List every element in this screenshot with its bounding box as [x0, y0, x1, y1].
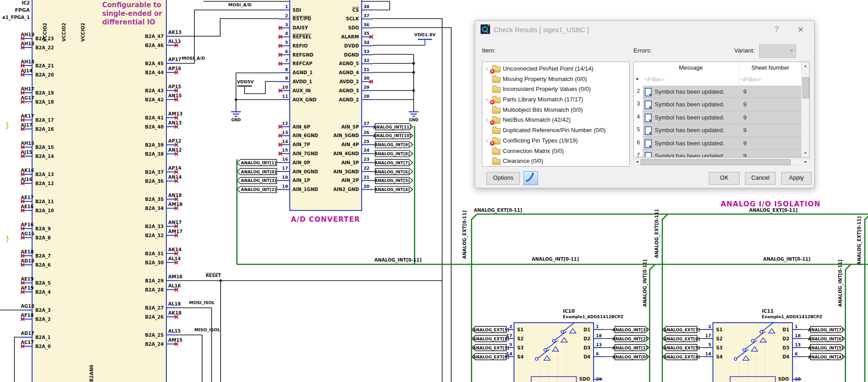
switch-pin-number[interactable]: 5	[708, 342, 711, 347]
fpga-note[interactable]: Configurable to	[102, 1, 161, 9]
adc-pin-name[interactable]: AUX_GND	[292, 97, 316, 103]
adc-pin-name[interactable]: SCLK	[346, 16, 359, 21]
adc-pin-number[interactable]: 2	[285, 13, 288, 18]
fpga-type[interactable]: FPGA	[15, 7, 30, 13]
fpga-pin-number[interactable]: AG17	[21, 96, 34, 100]
adc-pin-number[interactable]: 8	[285, 67, 288, 72]
adc-pin-name[interactable]: AGND_4	[339, 70, 359, 76]
adc-pin-name[interactable]: RST/PD	[292, 16, 311, 21]
fpga-pin-name[interactable]: B2A_35	[145, 197, 164, 202]
switch-pin-number[interactable]: 1	[795, 324, 798, 329]
switch-pin-number[interactable]: 18	[596, 333, 602, 338]
fpga-pin-name[interactable]: B2A_9	[35, 226, 51, 232]
adc-pin-number[interactable]: 33	[363, 49, 369, 54]
fpga-pin-number[interactable]: AM16	[168, 274, 183, 279]
net-label[interactable]: ANALOG_INT[2]	[613, 337, 648, 341]
net-label[interactable]: ANALOG_EXT[2]	[473, 337, 509, 341]
adc-pin-name[interactable]: AGND_1	[292, 70, 313, 76]
switch-part[interactable]: Example1_ADGS1412BCPZ	[563, 315, 623, 319]
fpga-pin-number[interactable]: AJ17	[21, 123, 32, 128]
fpga-pin-name[interactable]: B2A_23	[35, 36, 54, 42]
tree-item[interactable]: Multiobject Bits Mismatch (0/0)	[482, 105, 629, 115]
net-label[interactable]: ANALOG_INT[1]	[613, 346, 648, 350]
tree-item[interactable]: Connection Matrix (0/0)	[482, 146, 629, 157]
fpga-pin-name[interactable]: B2A_14	[35, 154, 54, 159]
tree-item[interactable]: Inconsistent Property Values (0/0)	[482, 84, 629, 95]
fpga-pin-name[interactable]: B2A_39	[145, 143, 164, 148]
adc-pin-number[interactable]: 29	[363, 85, 369, 90]
isolation-title[interactable]: ANALOG I/O ISOLATION	[721, 200, 821, 208]
apply-button[interactable]: Apply	[781, 172, 811, 185]
switch-pin-number[interactable]: 14	[506, 351, 513, 356]
fpga-pin-name[interactable]: B2A_40	[145, 124, 164, 130]
adc-pin-name[interactable]: AIN_1P	[292, 178, 310, 183]
switch-pin-name[interactable]: S3	[716, 345, 722, 350]
adc-pin-name[interactable]: AVDD_2	[340, 79, 359, 85]
fpga-pin-name[interactable]: B2A_43	[145, 88, 164, 94]
fpga-pin-number[interactable]: AD19	[21, 258, 34, 263]
fpga-pin-number[interactable]: AP15	[168, 84, 181, 89]
adc-pin-number[interactable]: 31	[363, 67, 369, 72]
net-label[interactable]: RESET	[206, 273, 221, 278]
adc-pin-number[interactable]: 26	[363, 130, 370, 135]
bus-label[interactable]: ANALOG_INT[0-11]	[532, 257, 579, 262]
adc-pin-name[interactable]: AIN_2P	[341, 178, 359, 183]
net-label[interactable]: MOSI_ISOL	[189, 300, 215, 305]
fpga-pin-number[interactable]: AF16	[21, 222, 34, 227]
table-row[interactable]: 7Symbol has been updated.9	[634, 150, 802, 158]
fpga-pin-name[interactable]: B2A_20	[35, 72, 54, 78]
adc-pin-number[interactable]: 28	[363, 94, 370, 99]
adc-pin-number[interactable]: 17	[282, 166, 288, 171]
switch-body[interactable]	[713, 323, 793, 382]
fpga-pin-number[interactable]: AE18	[21, 249, 34, 254]
fpga-pin-number[interactable]: AN12	[168, 148, 182, 153]
scroll-up-icon[interactable]: ▲	[802, 62, 809, 70]
fpga-pin-name[interactable]: B2A_6	[35, 263, 51, 268]
adc-pin-name[interactable]: AIN_7P	[292, 142, 310, 148]
adc-pin-name[interactable]: AUX_IN	[292, 88, 311, 94]
ok-button[interactable]: OK	[709, 172, 740, 185]
adc-pin-number[interactable]: 10	[282, 85, 288, 90]
fpga-bottom-pin-label[interactable]: REFB2AN0	[89, 365, 94, 382]
adc-pin-name[interactable]: AIN_4GND	[333, 151, 359, 157]
fpga-pin-name[interactable]: B2A_26	[145, 315, 164, 320]
net-label[interactable]: ANALOG_INT[11]	[373, 125, 411, 129]
bus-label[interactable]: ANALOG_EXT[0-11]	[474, 208, 522, 213]
switch-pin-name[interactable]: D4	[783, 354, 789, 359]
fpga-pin-name[interactable]: B2A_32	[145, 233, 164, 239]
adc-pin-number[interactable]: 7	[285, 58, 288, 63]
switch-pin-name[interactable]: D3	[584, 345, 590, 350]
fpga-pin-name[interactable]: B2A_22	[35, 45, 54, 51]
tree-item[interactable]: Duplicated Reference/Pin Number (0/0)	[482, 125, 629, 136]
tree-item[interactable]: ›✕Unconnected Pin/Net Point (14/14)	[482, 64, 629, 74]
fpga-pin-name[interactable]: B2A_27	[145, 306, 164, 311]
switch-ref[interactable]: IC11	[762, 308, 774, 314]
table-row[interactable]: 2Symbol has been updated.9	[634, 86, 802, 98]
fpga-pin-number[interactable]: AH14	[21, 59, 34, 64]
net-label[interactable]: ANALOG_INT[3]	[241, 178, 276, 183]
fpga-pin-number[interactable]: AM13	[168, 111, 183, 116]
probe-tool-button[interactable]	[524, 171, 538, 185]
fpga-pin-number[interactable]: AL16	[168, 283, 181, 288]
fpga-pin-number[interactable]: AL15	[168, 329, 181, 334]
table-row[interactable]: 6Symbol has been updated.9	[634, 137, 802, 150]
fpga-pin-name[interactable]: B2A_19	[35, 91, 54, 96]
fpga-pin-number[interactable]: AN17	[168, 220, 182, 225]
net-label[interactable]: ANALOG_EXT[7]	[664, 328, 700, 332]
net-label[interactable]: ANALOG_INT[7]	[375, 161, 410, 165]
close-button[interactable]: ✕	[794, 25, 807, 34]
adc-pin-number[interactable]: 25	[363, 139, 369, 144]
fpga-pin-number[interactable]: AG18	[21, 304, 34, 309]
net-label[interactable]: ANALOG_EXT[4]	[664, 355, 700, 359]
adc-pin-name[interactable]: AIN_7GND	[292, 151, 318, 157]
net-label[interactable]: ANALOG_INT[7]	[808, 328, 844, 332]
horizontal-scrollbar[interactable]: ◄►	[633, 158, 810, 165]
switch-pin-number[interactable]: 13	[596, 342, 602, 347]
fpga-pin-number[interactable]: AP14	[168, 166, 181, 171]
tree-item[interactable]: ›✕Net/Bus Mismatch (42/42)	[482, 115, 629, 125]
fpga-pin-name[interactable]: B2A_13	[35, 172, 54, 177]
fpga-pin-name[interactable]: B2A_8	[35, 235, 51, 241]
switch-pin-number[interactable]: 18	[795, 333, 801, 338]
row-body[interactable]: Symbol has been updated.9	[643, 150, 802, 158]
fpga-pin-number[interactable]: AL14	[168, 256, 181, 261]
